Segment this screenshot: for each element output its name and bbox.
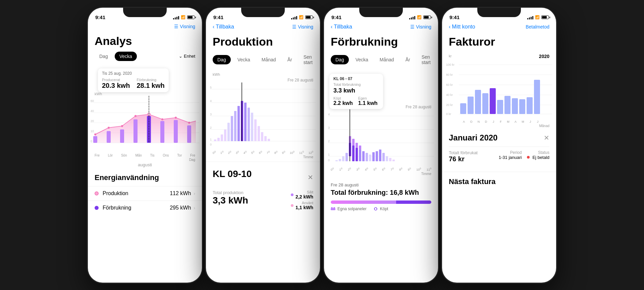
svg-rect-75 bbox=[356, 148, 358, 161]
svg-rect-21 bbox=[133, 119, 138, 143]
list-item-produktion[interactable]: Produktion 112 kWh › bbox=[88, 186, 202, 200]
chevron-icon-1: › bbox=[194, 191, 195, 196]
svg-rect-77 bbox=[359, 150, 361, 161]
phone-analys: 9:41 📶 ☰ bbox=[88, 8, 202, 283]
svg-text:3: 3 bbox=[210, 113, 212, 116]
battery-icon-2 bbox=[305, 15, 313, 19]
unit-dropdown-2[interactable]: ⌄ Enhet bbox=[319, 57, 320, 62]
kr-label: kr bbox=[449, 54, 451, 58]
svg-rect-38 bbox=[214, 139, 216, 141]
unit-dropdown-1[interactable]: ⌄ Enhet bbox=[179, 54, 195, 59]
svg-text:2: 2 bbox=[210, 126, 212, 129]
svg-rect-47 bbox=[244, 103, 247, 141]
svg-point-11 bbox=[108, 127, 110, 129]
page-title-3: Förbrukning bbox=[324, 33, 438, 52]
signal-icon-2 bbox=[291, 15, 297, 19]
svg-rect-43 bbox=[231, 116, 233, 141]
scroll-content-1[interactable]: Analys Dag Vecka ⌄ Enhet Tis 25 aug. 202… bbox=[88, 32, 202, 283]
svg-rect-52 bbox=[261, 132, 263, 141]
tab-manad-2[interactable]: Månad bbox=[257, 55, 281, 64]
period-tabs-3: Dag Vecka Månad År Sen start ⌄ Enhet bbox=[324, 52, 438, 71]
invoice-detail: Januari 2020 ✕ Totalt förbrukat 76 kr Pe… bbox=[442, 128, 556, 172]
status-time-1: 9:41 bbox=[95, 14, 105, 20]
wifi-icon-4: 📶 bbox=[535, 15, 540, 19]
svg-rect-85 bbox=[382, 153, 385, 161]
svg-rect-68 bbox=[342, 156, 344, 161]
chart-svg-3: 4 3 2 1 0 bbox=[328, 109, 434, 166]
svg-rect-116 bbox=[527, 97, 533, 114]
svg-rect-114 bbox=[512, 98, 518, 114]
tab-vecka-3[interactable]: Vecka bbox=[351, 55, 373, 64]
status-bar-3: 9:41 📶 bbox=[324, 8, 438, 22]
svg-rect-41 bbox=[224, 129, 226, 141]
progress-purple bbox=[396, 200, 431, 204]
svg-rect-24 bbox=[174, 120, 178, 143]
chart-ylabel-2: kWh bbox=[210, 71, 316, 78]
svg-rect-84 bbox=[379, 150, 381, 161]
svg-rect-23 bbox=[160, 121, 164, 143]
nav-filter-1[interactable]: ☰ Visning bbox=[174, 24, 195, 29]
nav-bar-4: ‹ Mitt konto Betalmetod bbox=[442, 22, 556, 33]
tab-senstart-2[interactable]: Sen start bbox=[299, 52, 317, 67]
svg-rect-87 bbox=[389, 158, 391, 161]
svg-rect-44 bbox=[234, 111, 236, 141]
tooltip-values-1: Producerat 20.3 kwh Förbrukning 28.1 kwh bbox=[102, 78, 165, 90]
nav-back-2[interactable]: ‹ Tillbaka bbox=[213, 24, 234, 30]
chart-xlabel-bottom-2: Timme bbox=[210, 155, 316, 159]
tab-ar-3[interactable]: År bbox=[401, 55, 415, 64]
svg-point-16 bbox=[175, 117, 177, 119]
battery-icon-1 bbox=[187, 15, 195, 19]
svg-text:3: 3 bbox=[328, 126, 330, 129]
svg-text:0: 0 bbox=[91, 139, 92, 143]
svg-text:0: 0 bbox=[328, 159, 330, 162]
tab-ar-2[interactable]: År bbox=[283, 55, 297, 64]
svg-rect-111 bbox=[490, 88, 496, 114]
svg-rect-91 bbox=[333, 207, 335, 209]
scroll-content-4[interactable]: Fakturor kr 2020 100 kr 80 kr 60 kr 40 k… bbox=[442, 33, 556, 283]
scroll-content-3[interactable]: Förbrukning Dag Vecka Månad År Sen start… bbox=[324, 33, 438, 283]
phone-produktion: 9:41 📶 ‹ Tillbaka bbox=[206, 8, 320, 283]
svg-text:60 kr: 60 kr bbox=[446, 83, 453, 86]
tab-senstart-3[interactable]: Sen start bbox=[417, 52, 435, 67]
svg-rect-79 bbox=[362, 151, 365, 161]
svg-text:0 kr: 0 kr bbox=[446, 112, 451, 116]
unit-dropdown-3[interactable]: ⌄ Enhet bbox=[437, 57, 438, 62]
svg-rect-45 bbox=[237, 106, 240, 141]
betalmetod-link[interactable]: Betalmetod bbox=[526, 24, 549, 30]
invoice-month: Januari 2020 ✕ bbox=[449, 133, 549, 142]
list-item-forbrukning[interactable]: Förbrukning 295 kWh › bbox=[88, 200, 202, 215]
nav-back-4[interactable]: ‹ Mitt konto bbox=[449, 24, 475, 30]
svg-text:20: 20 bbox=[91, 119, 94, 123]
svg-rect-107 bbox=[460, 103, 466, 114]
battery-icon-3 bbox=[423, 15, 431, 19]
status-dot bbox=[527, 156, 530, 159]
svg-rect-88 bbox=[392, 160, 395, 161]
legend-solar: Egna solpaneler bbox=[331, 207, 367, 211]
nav-back-3[interactable]: ‹ Tillbaka bbox=[331, 24, 352, 30]
tab-dag-2[interactable]: Dag bbox=[213, 55, 231, 64]
nav-filter-2[interactable]: ☰ Visning bbox=[292, 24, 313, 30]
tab-manad-3[interactable]: Månad bbox=[375, 55, 399, 64]
legend-kopt: Köpt bbox=[373, 207, 388, 211]
svg-rect-108 bbox=[468, 97, 474, 114]
svg-rect-42 bbox=[227, 123, 230, 141]
detail-close-2[interactable]: ✕ bbox=[308, 173, 313, 181]
svg-rect-19 bbox=[107, 131, 111, 143]
invoice-close[interactable]: ✕ bbox=[544, 134, 549, 142]
period-tabs-2: Dag Vecka Månad År Sen start ⌄ Enhet bbox=[206, 52, 320, 71]
nav-bar-1: ☰ Visning bbox=[88, 22, 202, 32]
tab-dag-1[interactable]: Dag bbox=[95, 52, 113, 61]
svg-text:10: 10 bbox=[91, 129, 94, 133]
signal-icon-3 bbox=[409, 15, 415, 19]
chart-svg-1: 60 40 20 10 0 bbox=[91, 96, 199, 153]
tab-dag-3[interactable]: Dag bbox=[331, 55, 349, 64]
scroll-content-2[interactable]: Produktion Dag Vecka Månad År Sen start … bbox=[206, 33, 320, 283]
tab-vecka-1[interactable]: Vecka bbox=[115, 52, 137, 61]
svg-point-93 bbox=[374, 209, 375, 209]
status-icons-4: 📶 bbox=[527, 15, 549, 19]
nav-filter-3[interactable]: ☰ Visning bbox=[410, 24, 431, 30]
svg-rect-18 bbox=[93, 136, 97, 143]
tab-vecka-2[interactable]: Vecka bbox=[233, 55, 255, 64]
signal-icon-1 bbox=[173, 15, 179, 19]
svg-rect-110 bbox=[482, 93, 488, 114]
